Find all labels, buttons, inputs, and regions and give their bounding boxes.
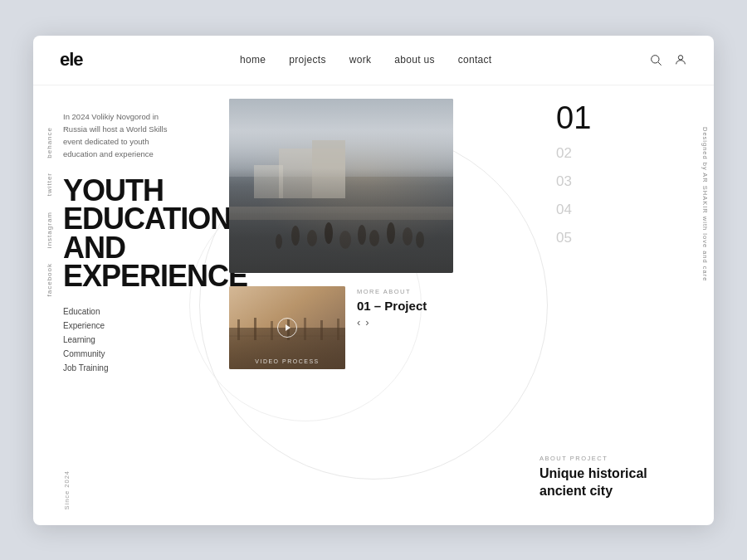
category-education[interactable]: Education: [63, 307, 229, 316]
description-text: In 2024 Volikiy Novgorod in Russia will …: [63, 110, 179, 161]
next-arrow[interactable]: ›: [365, 316, 369, 329]
image-inner: [229, 99, 453, 273]
designer-credit: Designed by AR SHAKIR with love and care: [701, 127, 709, 281]
about-project-label: ABOUT PROJECT: [540, 455, 664, 462]
social-twitter[interactable]: twitter: [46, 173, 53, 196]
navigation: home projects work about us contact: [240, 54, 491, 66]
project-title[interactable]: 01 – Project: [357, 299, 427, 313]
hero-title: YOUTH EDUCATION AND EXPERIENCE: [63, 177, 229, 290]
hero-title-line1: YOUTH EDUCATION: [63, 177, 229, 233]
right-column: 01 02 03 04 05 ABOUT PROJECT Unique hist…: [540, 85, 689, 525]
nav-home[interactable]: home: [240, 54, 266, 66]
logo[interactable]: ele: [60, 49, 83, 71]
search-icon[interactable]: [649, 53, 662, 66]
social-facebook[interactable]: facebook: [46, 263, 53, 296]
about-project-section: ABOUT PROJECT Unique historical ancient …: [540, 455, 664, 500]
svg-point-2: [678, 56, 682, 60]
number-01[interactable]: 01: [556, 102, 689, 134]
center-column: VIDEO PROCESS MORE ABOUT 01 – Project ‹ …: [229, 85, 540, 525]
video-process-label: VIDEO PROCESS: [255, 358, 319, 364]
image-crowd-overlay: [229, 168, 453, 273]
nav-contact[interactable]: contact: [458, 54, 492, 66]
number-list: 01 02 03 04 05: [556, 102, 689, 246]
main-project-image: [229, 99, 453, 273]
about-project-title: Unique historical ancient city: [540, 465, 664, 500]
right-sidebar: Designed by AR SHAKIR with love and care: [701, 127, 709, 281]
category-experience[interactable]: Experience: [63, 321, 229, 330]
more-about-label: MORE ABOUT: [357, 288, 427, 295]
header: ele home projects work about us contact: [33, 36, 714, 85]
svg-point-0: [652, 56, 659, 63]
category-list: Education Experience Learning Community …: [63, 307, 229, 373]
nav-about-us[interactable]: about us: [394, 54, 434, 66]
nav-projects[interactable]: projects: [289, 54, 325, 66]
main-content: behance twitter instagram facebook Desig…: [33, 85, 714, 525]
number-02[interactable]: 02: [556, 145, 689, 162]
social-instagram[interactable]: instagram: [46, 212, 53, 248]
category-community[interactable]: Community: [63, 349, 229, 358]
left-column: In 2024 Volikiy Novgorod in Russia will …: [63, 85, 229, 525]
number-03[interactable]: 03: [556, 173, 689, 190]
number-04[interactable]: 04: [556, 202, 689, 218]
nav-work[interactable]: work: [349, 54, 372, 66]
nav-arrows: ‹ ›: [357, 316, 427, 329]
more-about-section: MORE ABOUT 01 – Project ‹ ›: [355, 288, 427, 329]
category-learning[interactable]: Learning: [63, 335, 229, 344]
play-button[interactable]: [277, 318, 297, 338]
prev-arrow[interactable]: ‹: [357, 316, 360, 329]
content-area: In 2024 Volikiy Novgorod in Russia will …: [33, 85, 714, 525]
since-label: Since 2024: [63, 470, 71, 510]
social-sidebar: behance twitter instagram facebook: [40, 127, 58, 297]
video-thumbnail[interactable]: VIDEO PROCESS: [229, 286, 345, 369]
category-job-training[interactable]: Job Training: [63, 363, 229, 373]
number-05[interactable]: 05: [556, 230, 689, 246]
hero-title-line2: AND EXPERIENCE: [63, 234, 229, 290]
browser-window: ele home projects work about us contact …: [33, 36, 714, 525]
user-icon[interactable]: [674, 53, 687, 66]
social-behance[interactable]: behance: [46, 127, 53, 158]
header-icons: [649, 53, 687, 66]
svg-line-1: [658, 62, 662, 66]
